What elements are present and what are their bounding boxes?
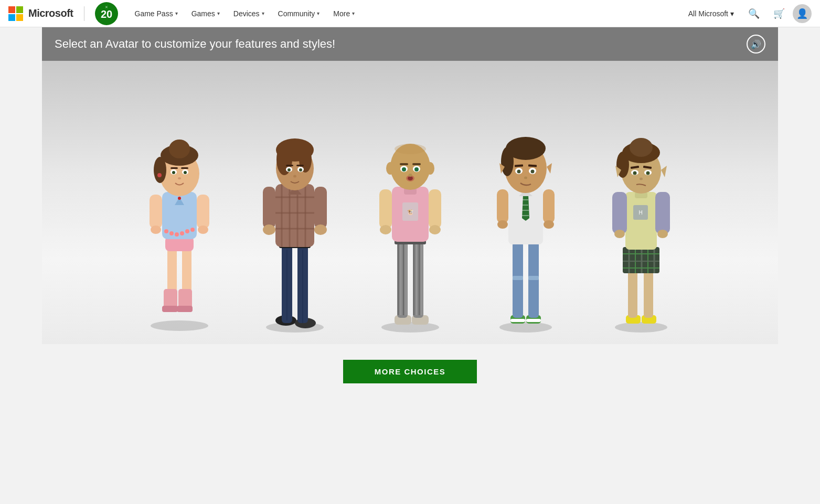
svg-rect-122 <box>497 189 508 223</box>
svg-point-173 <box>646 171 649 175</box>
svg-rect-7 <box>162 306 178 312</box>
svg-rect-108 <box>510 319 525 322</box>
svg-rect-24 <box>181 167 188 169</box>
svg-point-172 <box>633 171 636 175</box>
nav-right: All Microsoft ▾ 🔍 🛒 👤 <box>682 2 812 25</box>
svg-marker-167 <box>661 166 667 177</box>
svg-point-124 <box>497 220 508 229</box>
avatar-stage: 🐮 <box>42 61 778 344</box>
svg-text:20: 20 <box>100 8 112 20</box>
svg-rect-63 <box>286 165 293 166</box>
cart-icon: 🛒 <box>773 8 785 19</box>
avatar-5[interactable]: H <box>583 82 699 334</box>
svg-text:✕: ✕ <box>105 5 108 9</box>
svg-point-68 <box>299 168 302 171</box>
svg-point-136 <box>517 170 520 174</box>
svg-point-137 <box>530 170 534 174</box>
svg-point-21 <box>169 140 190 158</box>
svg-text:🐮: 🐮 <box>407 209 414 216</box>
user-icon: 👤 <box>796 8 808 19</box>
svg-point-102 <box>408 176 413 180</box>
ms-logo-green <box>16 6 23 13</box>
svg-point-129 <box>501 147 514 176</box>
svg-point-94 <box>395 144 426 154</box>
svg-point-174 <box>640 178 643 180</box>
svg-point-106 <box>499 322 552 333</box>
svg-marker-131 <box>547 163 552 174</box>
navigation: Microsoft 20 ✕ Game Pass ▾ Games ▾ Devic… <box>0 0 820 27</box>
user-avatar-button[interactable]: 👤 <box>793 4 812 23</box>
logo-group: Microsoft 20 ✕ <box>8 2 118 25</box>
svg-rect-114 <box>528 276 539 280</box>
nav-divider <box>84 6 84 21</box>
main-content: Select an Avatar to customize your featu… <box>0 27 820 404</box>
svg-point-35 <box>185 229 189 233</box>
nav-games[interactable]: Games ▾ <box>185 5 226 22</box>
svg-point-67 <box>287 168 291 171</box>
avatar-1[interactable] <box>122 82 237 334</box>
more-choices-section: MORE CHOICES <box>0 344 820 404</box>
all-microsoft-chevron-icon: ▾ <box>730 9 734 18</box>
avatar-2-svg <box>245 82 345 334</box>
banner-text: Select an Avatar to customize your featu… <box>55 37 335 51</box>
svg-rect-153 <box>625 192 657 250</box>
svg-point-33 <box>175 232 179 237</box>
nav-community[interactable]: Community ▾ <box>272 5 326 22</box>
more-choices-button[interactable]: MORE CHOICES <box>343 360 477 383</box>
avatar-4[interactable] <box>468 82 583 334</box>
svg-point-34 <box>180 231 184 235</box>
svg-point-105 <box>426 162 434 175</box>
svg-point-31 <box>164 229 168 233</box>
svg-point-91 <box>429 225 441 234</box>
svg-point-13 <box>178 197 181 200</box>
svg-point-17 <box>198 226 208 234</box>
avatar-3[interactable]: 🐮 <box>353 82 468 334</box>
svg-point-29 <box>178 177 181 179</box>
svg-point-159 <box>614 230 625 238</box>
game-pass-chevron-icon: ▾ <box>175 10 178 16</box>
svg-rect-123 <box>543 189 555 223</box>
svg-point-28 <box>184 171 187 174</box>
svg-point-99 <box>402 167 406 171</box>
devices-chevron-icon: ▾ <box>262 10 264 16</box>
sound-button[interactable]: 🔊 <box>747 35 765 53</box>
svg-rect-142 <box>628 268 637 318</box>
svg-rect-64 <box>296 165 304 166</box>
svg-rect-14 <box>150 195 162 229</box>
sound-icon: 🔊 <box>751 39 761 49</box>
svg-rect-54 <box>263 187 275 229</box>
svg-point-22 <box>154 157 166 183</box>
svg-point-30 <box>157 173 162 177</box>
more-chevron-icon: ▾ <box>352 10 355 16</box>
banner: Select an Avatar to customize your featu… <box>42 27 778 61</box>
nav-links: Game Pass ▾ Games ▾ Devices ▾ Community … <box>129 5 682 22</box>
svg-point-164 <box>630 138 653 157</box>
svg-rect-96 <box>412 163 421 165</box>
all-microsoft-link[interactable]: All Microsoft ▾ <box>682 5 740 22</box>
cart-button[interactable]: 🛒 <box>768 2 791 25</box>
svg-point-36 <box>190 228 195 232</box>
svg-rect-110 <box>526 319 541 322</box>
ms-logo-blue <box>8 14 15 21</box>
svg-point-16 <box>151 226 161 234</box>
svg-rect-55 <box>314 187 327 229</box>
microsoft-logo <box>8 6 23 21</box>
nav-devices[interactable]: Devices ▾ <box>227 5 271 22</box>
svg-rect-143 <box>644 268 653 318</box>
svg-text:H: H <box>638 210 642 216</box>
svg-point-69 <box>293 175 296 178</box>
svg-rect-88 <box>379 189 392 229</box>
svg-point-90 <box>380 225 391 234</box>
svg-point-3 <box>151 320 208 331</box>
ms-logo-yellow <box>16 14 23 21</box>
nav-game-pass[interactable]: Game Pass ▾ <box>129 5 184 22</box>
search-icon: 🔍 <box>748 8 760 19</box>
avatar-2[interactable] <box>237 82 353 334</box>
nav-more[interactable]: More ▾ <box>327 5 361 22</box>
avatar-3-svg: 🐮 <box>360 82 460 334</box>
search-button[interactable]: 🔍 <box>742 2 765 25</box>
avatar-5-svg: H <box>591 82 691 334</box>
svg-rect-155 <box>655 192 670 234</box>
avatars-row: 🐮 <box>42 66 778 334</box>
ms-logo-red <box>8 6 15 13</box>
